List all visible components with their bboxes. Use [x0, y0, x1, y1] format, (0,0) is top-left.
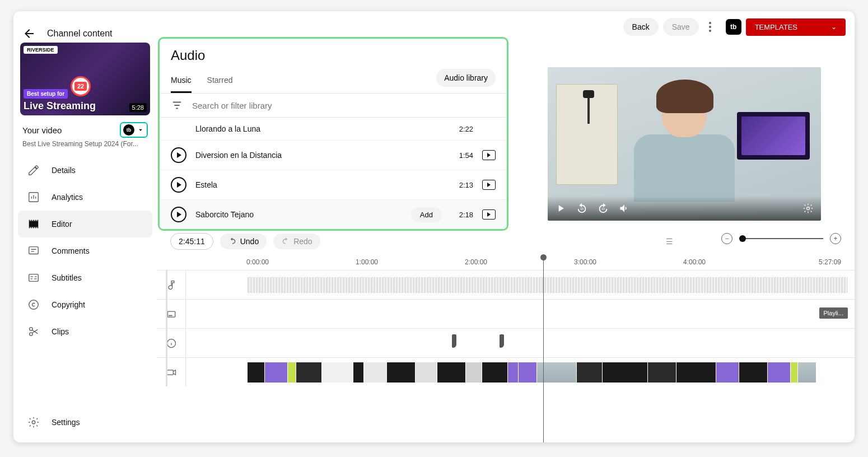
- audio-library-button[interactable]: Audio library: [436, 69, 496, 87]
- play-icon[interactable]: [171, 177, 186, 193]
- svg-point-20: [807, 207, 810, 210]
- nav-analytics[interactable]: Analytics: [18, 184, 152, 211]
- nav-settings[interactable]: Settings: [18, 409, 152, 436]
- track-row[interactable]: Estela 2:13: [160, 170, 507, 200]
- music-note-icon: [157, 271, 186, 299]
- more-menu-icon[interactable]: [703, 22, 717, 32]
- nav-details[interactable]: Details: [18, 157, 152, 184]
- thumb-count-badge: 22: [71, 76, 91, 96]
- analytics-icon: [27, 190, 40, 204]
- svg-rect-4: [33, 220, 34, 221]
- tubebuddy-mini-icon: tb: [123, 124, 134, 136]
- timeline-ruler[interactable]: 0:00:00 1:00:00 2:00:00 3:00:00 4:00:00 …: [157, 254, 855, 270]
- marker[interactable]: [452, 334, 456, 348]
- track-row[interactable]: Saborcito Tejano Add 2:18: [160, 200, 507, 230]
- filter-icon[interactable]: [171, 99, 183, 111]
- filmstrip[interactable]: [248, 362, 848, 383]
- undo-icon: [228, 237, 237, 246]
- svg-rect-21: [167, 311, 175, 317]
- playhead[interactable]: [543, 258, 544, 442]
- rewind-10-icon[interactable]: 10: [576, 202, 588, 214]
- forward-10-icon[interactable]: 10: [597, 202, 609, 214]
- queue-icon[interactable]: [482, 209, 496, 220]
- thumb-subtitle: Best setup for: [24, 89, 68, 99]
- nav-clips[interactable]: Clips: [18, 318, 152, 345]
- page-title: Channel content: [47, 29, 113, 39]
- svg-rect-11: [37, 227, 38, 228]
- svg-point-14: [29, 300, 39, 310]
- svg-text:10: 10: [601, 207, 605, 211]
- svg-rect-8: [31, 227, 32, 228]
- time-display[interactable]: 2:45:11: [170, 233, 213, 250]
- audio-panel: Audio Music Starred Audio library Lloran…: [158, 37, 508, 231]
- zoom-in-button[interactable]: +: [830, 233, 841, 244]
- info-track[interactable]: [157, 328, 855, 357]
- svg-rect-12: [29, 247, 39, 254]
- svg-rect-3: [31, 220, 32, 221]
- templates-button[interactable]: TEMPLATES ⌄: [746, 18, 846, 36]
- svg-rect-6: [37, 220, 38, 221]
- drag-handle-icon[interactable]: ☰: [666, 237, 673, 246]
- video-track[interactable]: [157, 357, 855, 386]
- endscreen-icon: [157, 300, 186, 328]
- playlist-chip[interactable]: Playli...: [819, 307, 848, 319]
- svg-rect-7: [29, 227, 30, 228]
- nav-comments[interactable]: Comments: [18, 237, 152, 264]
- chevron-down-icon: ⌄: [831, 23, 837, 31]
- track-row[interactable]: Diversion en la Distancia 1:54: [160, 141, 507, 170]
- track-row[interactable]: Llorando a la Luna 2:22: [160, 118, 507, 141]
- sidebar: RIVERSIDE 22 Best setup for Live Streami…: [13, 43, 157, 442]
- tab-starred[interactable]: Starred: [207, 70, 233, 93]
- subtitles-icon: [27, 271, 40, 285]
- search-input[interactable]: [192, 101, 496, 110]
- pencil-icon: [27, 164, 40, 177]
- play-icon[interactable]: [171, 147, 186, 163]
- zoom-slider[interactable]: [739, 238, 823, 239]
- save-button: Save: [663, 18, 699, 36]
- svg-rect-5: [35, 220, 36, 221]
- svg-rect-24: [167, 370, 173, 374]
- svg-rect-13: [29, 274, 39, 282]
- waveform[interactable]: [248, 277, 848, 293]
- chevron-down-icon: [137, 126, 144, 134]
- zoom-out-button[interactable]: −: [721, 233, 732, 244]
- copyright-icon: [27, 298, 40, 311]
- svg-rect-9: [33, 227, 34, 228]
- tab-music[interactable]: Music: [171, 70, 192, 93]
- settings-icon[interactable]: [802, 202, 814, 214]
- video-thumbnail[interactable]: RIVERSIDE 22 Best setup for Live Streami…: [20, 43, 150, 115]
- video-preview[interactable]: 10 10: [548, 67, 821, 221]
- play-icon[interactable]: [554, 202, 567, 214]
- your-video-label: Your video: [22, 125, 62, 135]
- marker[interactable]: [500, 334, 504, 348]
- tubebuddy-logo-icon[interactable]: tb: [726, 19, 741, 35]
- nav-editor[interactable]: Editor: [18, 211, 152, 237]
- clips-icon: [27, 325, 40, 338]
- svg-rect-2: [29, 220, 30, 221]
- nav-copyright[interactable]: Copyright: [18, 291, 152, 318]
- queue-icon[interactable]: [482, 180, 496, 190]
- svg-rect-10: [35, 227, 36, 228]
- tubebuddy-dropdown[interactable]: tb: [120, 122, 148, 138]
- comments-icon: [27, 244, 40, 258]
- svg-point-17: [32, 421, 35, 424]
- endscreen-track[interactable]: Playli...: [157, 299, 855, 328]
- play-icon[interactable]: [171, 207, 186, 222]
- back-button[interactable]: Back: [623, 18, 659, 36]
- queue-icon[interactable]: [482, 150, 496, 160]
- nav-subtitles[interactable]: Subtitles: [18, 264, 152, 291]
- svg-rect-1: [29, 221, 39, 227]
- svg-rect-22: [169, 315, 172, 316]
- volume-icon[interactable]: [618, 202, 631, 214]
- add-track-button[interactable]: Add: [411, 207, 442, 222]
- timeline: 2:45:11 Undo Redo ☰ − + 0:00:00 1:00:00 …: [157, 228, 855, 442]
- back-arrow-icon[interactable]: [22, 27, 36, 40]
- video-description: Best Live Streaming Setup 2024 (For...: [18, 140, 152, 157]
- gear-icon: [27, 416, 40, 429]
- thumb-duration: 5:28: [129, 103, 147, 112]
- svg-text:10: 10: [580, 207, 584, 211]
- redo-button: Redo: [273, 234, 320, 249]
- audio-track[interactable]: [157, 270, 855, 299]
- info-icon: [157, 329, 186, 357]
- undo-button[interactable]: Undo: [220, 234, 267, 249]
